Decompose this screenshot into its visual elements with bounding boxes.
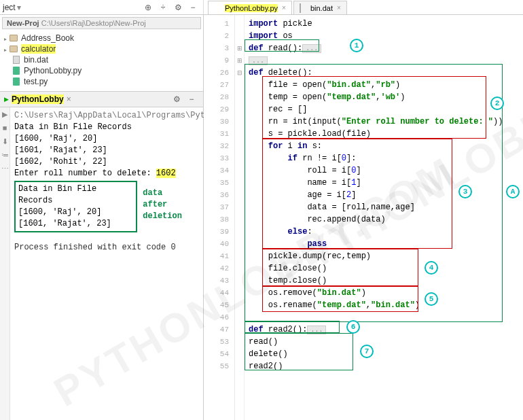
divide-icon[interactable]: ÷ <box>157 1 169 14</box>
tree-item-addressbook[interactable]: Address_Book <box>3 33 200 43</box>
bubble-A: A <box>506 185 520 198</box>
close-icon[interactable]: × <box>337 4 341 12</box>
dropdown-icon[interactable]: ▾ <box>17 3 21 12</box>
collapse-icon[interactable]: − <box>185 93 198 105</box>
bubble-2: 2 <box>490 97 504 110</box>
run-body: ▶ ■ ⬇ ≔ ⋯ C:\Users\Raj\AppData\Local\Pro… <box>0 107 203 420</box>
exec-path: C:\Users\Raj\AppData\Local\Programs\Pyth <box>14 110 210 122</box>
tree-item-calculator[interactable]: calculator <box>3 43 200 54</box>
tab-label: bin.dat <box>310 4 333 12</box>
python-file-icon <box>214 4 222 12</box>
bubble-3: 3 <box>458 185 472 198</box>
collapse-icon[interactable]: − <box>187 1 199 14</box>
target-icon[interactable]: ⊕ <box>142 1 154 14</box>
project-toolbar: ject ▾ ⊕ ÷ ⚙ − <box>0 0 204 14</box>
bubble-5: 5 <box>425 292 438 306</box>
bubble-1: 1 <box>350 39 363 52</box>
result-box: Data in Bin File Records [1600, 'Raj', 2… <box>14 181 137 232</box>
fold-column: ⊞⊞⊟ <box>235 15 245 420</box>
console-line: [1602, 'Rohit', 22] <box>14 156 210 168</box>
annotation-label: data <box>143 188 210 199</box>
more-icon[interactable]: ⋯ <box>0 164 10 174</box>
top-bar: ject ▾ ⊕ ÷ ⚙ − PythonLobby.py × bin.dat … <box>0 0 523 15</box>
down-icon[interactable]: ⬇ <box>0 137 10 147</box>
console-line: [1601, 'Rajat', 23] <box>14 145 210 156</box>
gear-icon[interactable]: ⚙ <box>172 1 184 14</box>
gear-icon[interactable]: ⚙ <box>170 93 183 105</box>
line-gutter: 1239262728293031323334353637383940414243… <box>204 15 235 420</box>
tab-label: PythonLobby.py <box>225 4 278 12</box>
run-config-name: PythonLobby <box>12 94 64 104</box>
bubble-6: 6 <box>346 320 360 334</box>
fold-icon[interactable]: ⊟ <box>235 67 244 79</box>
run-gutter: ▶ ■ ⬇ ≔ ⋯ <box>0 107 10 420</box>
layout-icon[interactable]: ≔ <box>0 151 10 160</box>
run-icon: ▶ <box>4 96 9 103</box>
fold-icon[interactable]: ⊞ <box>235 54 244 67</box>
close-icon[interactable]: × <box>282 4 286 12</box>
tree-item-pythonlobby[interactable]: PythonLobby.py <box>3 65 200 76</box>
data-file-icon <box>300 4 308 12</box>
fold-icon[interactable]: ⊞ <box>235 42 244 54</box>
main-split: New-Proj C:\Users\Raj\Desktop\New-Proj A… <box>0 15 523 420</box>
user-input: 1602 <box>156 169 176 178</box>
annotation-label: after deletion <box>143 199 210 222</box>
stop-icon[interactable]: ■ <box>0 124 10 133</box>
run-panel-header[interactable]: ▶ PythonLobby × ⚙ − <box>0 91 203 107</box>
left-pane: New-Proj C:\Users\Raj\Desktop\New-Proj A… <box>0 15 204 420</box>
tree-item-bindat[interactable]: bin.dat <box>3 54 200 65</box>
tab-bindat[interactable]: bin.dat × <box>293 1 347 14</box>
tab-pythonlobby[interactable]: PythonLobby.py × <box>208 1 292 14</box>
project-label: ject <box>3 3 16 12</box>
rerun-icon[interactable]: ▶ <box>0 110 10 120</box>
console-output[interactable]: C:\Users\Raj\AppData\Local\Programs\Pyth… <box>10 107 214 420</box>
project-tree: Address_Book calculator bin.dat PythonLo… <box>0 31 203 88</box>
console-line: Data in Bin File Records <box>14 122 210 133</box>
editor-tabs: PythonLobby.py × bin.dat × <box>204 0 348 14</box>
console-line: Enter roll number to delete: 1602 <box>14 168 210 179</box>
console-line: [1600, 'Raj', 20] <box>14 133 210 145</box>
bubble-7: 7 <box>360 345 374 358</box>
exit-line: Process finished with exit code 0 <box>14 242 210 253</box>
breadcrumb[interactable]: New-Proj C:\Users\Raj\Desktop\New-Proj <box>2 17 201 29</box>
tree-item-testpy[interactable]: test.py <box>3 76 200 87</box>
code-area[interactable]: import pickle import os def read():... .… <box>245 15 523 420</box>
editor-pane: 1239262728293031323334353637383940414243… <box>204 15 523 420</box>
bubble-4: 4 <box>425 261 438 275</box>
close-icon[interactable]: × <box>67 94 71 104</box>
